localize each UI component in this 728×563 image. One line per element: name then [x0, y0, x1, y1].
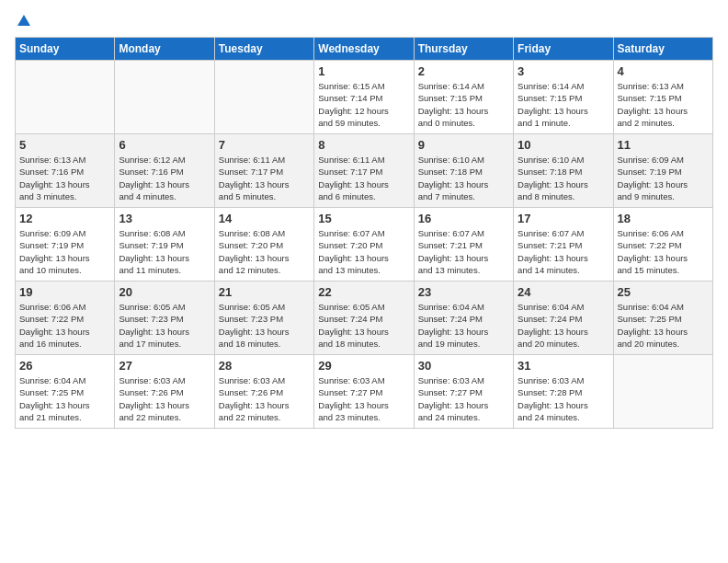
- day-info: Sunrise: 6:07 AM Sunset: 7:21 PM Dayligh…: [418, 227, 509, 276]
- calendar-cell: 22Sunrise: 6:05 AM Sunset: 7:24 PM Dayli…: [314, 282, 414, 355]
- calendar-cell: 31Sunrise: 6:03 AM Sunset: 7:28 PM Dayli…: [514, 355, 613, 429]
- day-info: Sunrise: 6:13 AM Sunset: 7:16 PM Dayligh…: [19, 154, 110, 202]
- calendar-cell: 30Sunrise: 6:03 AM Sunset: 7:27 PM Dayli…: [414, 355, 513, 429]
- day-number: 10: [518, 138, 609, 152]
- calendar-cell: 7Sunrise: 6:11 AM Sunset: 7:17 PM Daylig…: [214, 134, 313, 208]
- day-number: 26: [19, 359, 110, 373]
- day-number: 14: [219, 212, 310, 225]
- calendar-cell: 25Sunrise: 6:04 AM Sunset: 7:25 PM Dayli…: [613, 282, 712, 355]
- day-header-tuesday: Tuesday: [214, 38, 313, 61]
- calendar-cell: [16, 61, 115, 134]
- day-number: 29: [318, 359, 409, 373]
- day-info: Sunrise: 6:08 AM Sunset: 7:20 PM Dayligh…: [219, 227, 310, 276]
- calendar-cell: 18Sunrise: 6:06 AM Sunset: 7:22 PM Dayli…: [613, 208, 712, 282]
- logo-triangle-icon: [17, 15, 30, 26]
- day-header-saturday: Saturday: [613, 38, 712, 61]
- day-info: Sunrise: 6:04 AM Sunset: 7:25 PM Dayligh…: [19, 374, 110, 423]
- day-info: Sunrise: 6:06 AM Sunset: 7:22 PM Dayligh…: [19, 301, 110, 350]
- day-info: Sunrise: 6:05 AM Sunset: 7:23 PM Dayligh…: [219, 301, 310, 350]
- day-header-friday: Friday: [514, 38, 613, 61]
- day-number: 8: [318, 138, 409, 152]
- day-info: Sunrise: 6:05 AM Sunset: 7:24 PM Dayligh…: [318, 301, 409, 350]
- day-info: Sunrise: 6:03 AM Sunset: 7:28 PM Dayligh…: [518, 374, 609, 423]
- day-info: Sunrise: 6:07 AM Sunset: 7:20 PM Dayligh…: [318, 227, 409, 276]
- day-number: 11: [618, 138, 709, 152]
- calendar-cell: 12Sunrise: 6:09 AM Sunset: 7:19 PM Dayli…: [16, 208, 115, 282]
- day-number: 19: [19, 285, 110, 299]
- day-info: Sunrise: 6:10 AM Sunset: 7:18 PM Dayligh…: [418, 154, 509, 202]
- day-info: Sunrise: 6:12 AM Sunset: 7:16 PM Dayligh…: [119, 154, 210, 202]
- calendar-cell: 29Sunrise: 6:03 AM Sunset: 7:27 PM Dayli…: [314, 355, 414, 429]
- day-info: Sunrise: 6:08 AM Sunset: 7:19 PM Dayligh…: [119, 227, 210, 276]
- day-info: Sunrise: 6:11 AM Sunset: 7:17 PM Dayligh…: [219, 154, 310, 202]
- day-number: 9: [418, 138, 509, 152]
- day-header-sunday: Sunday: [16, 38, 115, 61]
- calendar-cell: 26Sunrise: 6:04 AM Sunset: 7:25 PM Dayli…: [16, 355, 115, 429]
- day-info: Sunrise: 6:06 AM Sunset: 7:22 PM Dayligh…: [618, 227, 709, 276]
- calendar-cell: 27Sunrise: 6:03 AM Sunset: 7:26 PM Dayli…: [115, 355, 214, 429]
- day-info: Sunrise: 6:03 AM Sunset: 7:27 PM Dayligh…: [418, 374, 509, 423]
- calendar-cell: 10Sunrise: 6:10 AM Sunset: 7:18 PM Dayli…: [514, 134, 613, 208]
- day-number: 25: [618, 285, 709, 299]
- day-header-wednesday: Wednesday: [314, 38, 414, 61]
- day-info: Sunrise: 6:14 AM Sunset: 7:15 PM Dayligh…: [418, 80, 509, 129]
- day-number: 20: [119, 285, 210, 299]
- day-number: 17: [518, 212, 609, 225]
- calendar-cell: 1Sunrise: 6:15 AM Sunset: 7:14 PM Daylig…: [314, 61, 414, 134]
- calendar-cell: 8Sunrise: 6:11 AM Sunset: 7:17 PM Daylig…: [314, 134, 414, 208]
- calendar-cell: [214, 61, 313, 134]
- calendar-table: SundayMondayTuesdayWednesdayThursdayFrid…: [15, 37, 713, 429]
- day-number: 23: [418, 285, 509, 299]
- day-number: 1: [318, 64, 409, 78]
- calendar-cell: [613, 355, 712, 429]
- calendar-cell: 13Sunrise: 6:08 AM Sunset: 7:19 PM Dayli…: [115, 208, 214, 282]
- day-number: 4: [618, 64, 709, 78]
- day-info: Sunrise: 6:11 AM Sunset: 7:17 PM Dayligh…: [318, 154, 409, 202]
- day-info: Sunrise: 6:04 AM Sunset: 7:25 PM Dayligh…: [618, 301, 709, 350]
- day-number: 21: [219, 285, 310, 299]
- day-info: Sunrise: 6:09 AM Sunset: 7:19 PM Dayligh…: [19, 227, 110, 276]
- calendar-cell: 15Sunrise: 6:07 AM Sunset: 7:20 PM Dayli…: [314, 208, 414, 282]
- calendar-cell: 28Sunrise: 6:03 AM Sunset: 7:26 PM Dayli…: [214, 355, 313, 429]
- day-info: Sunrise: 6:04 AM Sunset: 7:24 PM Dayligh…: [418, 301, 509, 350]
- calendar-cell: 24Sunrise: 6:04 AM Sunset: 7:24 PM Dayli…: [514, 282, 613, 355]
- day-number: 24: [518, 285, 609, 299]
- day-info: Sunrise: 6:13 AM Sunset: 7:15 PM Dayligh…: [618, 80, 709, 129]
- day-header-thursday: Thursday: [414, 38, 513, 61]
- day-info: Sunrise: 6:15 AM Sunset: 7:14 PM Dayligh…: [318, 80, 409, 129]
- day-number: 2: [418, 64, 509, 78]
- calendar-cell: 4Sunrise: 6:13 AM Sunset: 7:15 PM Daylig…: [613, 61, 712, 134]
- calendar-cell: 20Sunrise: 6:05 AM Sunset: 7:23 PM Dayli…: [115, 282, 214, 355]
- calendar-cell: 17Sunrise: 6:07 AM Sunset: 7:21 PM Dayli…: [514, 208, 613, 282]
- day-number: 22: [318, 285, 409, 299]
- day-number: 5: [19, 138, 110, 152]
- day-info: Sunrise: 6:03 AM Sunset: 7:26 PM Dayligh…: [119, 374, 210, 423]
- calendar-cell: 6Sunrise: 6:12 AM Sunset: 7:16 PM Daylig…: [115, 134, 214, 208]
- day-info: Sunrise: 6:09 AM Sunset: 7:19 PM Dayligh…: [618, 154, 709, 202]
- calendar-cell: 9Sunrise: 6:10 AM Sunset: 7:18 PM Daylig…: [414, 134, 513, 208]
- day-number: 13: [119, 212, 210, 225]
- day-number: 12: [19, 212, 110, 225]
- day-number: 27: [119, 359, 210, 373]
- day-number: 3: [518, 64, 609, 78]
- day-info: Sunrise: 6:03 AM Sunset: 7:27 PM Dayligh…: [318, 374, 409, 423]
- calendar-cell: 14Sunrise: 6:08 AM Sunset: 7:20 PM Dayli…: [214, 208, 313, 282]
- calendar-cell: 16Sunrise: 6:07 AM Sunset: 7:21 PM Dayli…: [414, 208, 513, 282]
- day-number: 7: [219, 138, 310, 152]
- day-number: 31: [518, 359, 609, 373]
- day-number: 15: [318, 212, 409, 225]
- calendar-cell: 23Sunrise: 6:04 AM Sunset: 7:24 PM Dayli…: [414, 282, 513, 355]
- logo: [15, 15, 30, 28]
- calendar-cell: 5Sunrise: 6:13 AM Sunset: 7:16 PM Daylig…: [16, 134, 115, 208]
- day-info: Sunrise: 6:05 AM Sunset: 7:23 PM Dayligh…: [119, 301, 210, 350]
- day-number: 18: [618, 212, 709, 225]
- day-info: Sunrise: 6:03 AM Sunset: 7:26 PM Dayligh…: [219, 374, 310, 423]
- day-number: 16: [418, 212, 509, 225]
- day-info: Sunrise: 6:10 AM Sunset: 7:18 PM Dayligh…: [518, 154, 609, 202]
- day-number: 6: [119, 138, 210, 152]
- calendar-cell: 2Sunrise: 6:14 AM Sunset: 7:15 PM Daylig…: [414, 61, 513, 134]
- day-info: Sunrise: 6:14 AM Sunset: 7:15 PM Dayligh…: [518, 80, 609, 129]
- day-number: 30: [418, 359, 509, 373]
- day-info: Sunrise: 6:07 AM Sunset: 7:21 PM Dayligh…: [518, 227, 609, 276]
- day-info: Sunrise: 6:04 AM Sunset: 7:24 PM Dayligh…: [518, 301, 609, 350]
